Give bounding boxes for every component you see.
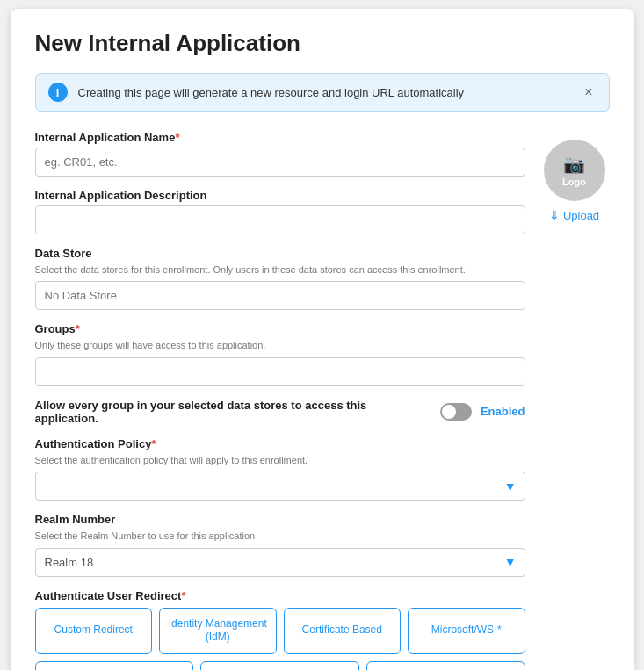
auth-policy-field: Authentication Policy* Select the authen… bbox=[35, 437, 525, 501]
app-name-input[interactable] bbox=[35, 148, 525, 177]
app-name-label: Internal Application Name* bbox=[35, 131, 525, 144]
redirect-row2: Generic (HTTP/OAuth/OpenID/etc) 3rd Part… bbox=[35, 661, 525, 670]
auth-policy-select-wrapper: ▼ bbox=[35, 472, 525, 501]
groups-field: Groups* Only these groups will have acce… bbox=[35, 322, 525, 385]
groups-label: Groups* bbox=[35, 322, 525, 335]
upload-button[interactable]: ⇓ Upload bbox=[549, 208, 599, 222]
info-banner: i Creating this page will generate a new… bbox=[35, 73, 610, 112]
redirect-row1: Custom Redirect Identity Management (IdM… bbox=[35, 608, 525, 654]
logo-circle: 📷 Logo bbox=[544, 140, 605, 201]
toggle-track[interactable] bbox=[440, 403, 472, 421]
auth-policy-select[interactable] bbox=[35, 472, 525, 501]
realm-number-field: Realm Number Select the Realm Number to … bbox=[35, 513, 525, 576]
auth-redirect-field: Authenticate User Redirect* Custom Redir… bbox=[35, 589, 525, 670]
redirect-generic-button[interactable]: Generic (HTTP/OAuth/OpenID/etc) bbox=[35, 661, 194, 670]
form-layout: Internal Application Name* Internal Appl… bbox=[35, 131, 610, 670]
data-store-input[interactable] bbox=[35, 281, 525, 310]
redirect-certificate-button[interactable]: Certificate Based bbox=[284, 608, 402, 654]
banner-close-button[interactable]: × bbox=[581, 85, 596, 99]
logo-label: Logo bbox=[562, 177, 586, 187]
data-store-label: Data Store bbox=[35, 247, 525, 260]
groups-hint: Only these groups will have access to th… bbox=[35, 339, 525, 352]
form-main: Internal Application Name* Internal Appl… bbox=[35, 131, 525, 670]
form-side: 📷 Logo ⇓ Upload bbox=[539, 131, 610, 222]
toggle-switch[interactable] bbox=[440, 403, 472, 421]
page-title: New Internal Application bbox=[35, 30, 610, 57]
app-name-field: Internal Application Name* bbox=[35, 131, 525, 177]
app-description-input[interactable] bbox=[35, 205, 525, 234]
toggle-label: Allow every group in your selected data … bbox=[35, 399, 431, 425]
redirect-mobile-button[interactable]: Mobile bbox=[366, 661, 525, 670]
auth-policy-label: Authentication Policy* bbox=[35, 437, 525, 450]
page-card: New Internal Application i Creating this… bbox=[11, 9, 634, 670]
redirect-3rdparty-button[interactable]: 3rd Party App Integrations bbox=[200, 661, 359, 670]
toggle-status: Enabled bbox=[481, 405, 525, 418]
groups-input[interactable] bbox=[35, 357, 525, 386]
app-description-label: Internal Application Description bbox=[35, 189, 525, 202]
upload-arrow-icon: ⇓ bbox=[549, 208, 560, 222]
toggle-row: Allow every group in your selected data … bbox=[35, 399, 525, 425]
redirect-idm-button[interactable]: Identity Management (IdM) bbox=[159, 608, 277, 654]
data-store-field: Data Store Select the data stores for th… bbox=[35, 247, 525, 310]
info-icon: i bbox=[48, 83, 68, 102]
redirect-custom-button[interactable]: Custom Redirect bbox=[35, 608, 153, 654]
upload-label: Upload bbox=[563, 209, 599, 222]
realm-number-select-wrapper: Realm 18 ▼ bbox=[35, 548, 525, 577]
toggle-thumb bbox=[442, 405, 456, 419]
realm-number-label: Realm Number bbox=[35, 513, 525, 526]
realm-number-select[interactable]: Realm 18 bbox=[35, 548, 525, 577]
auth-redirect-label: Authenticate User Redirect* bbox=[35, 589, 525, 602]
banner-text: Creating this page will generate a new r… bbox=[78, 86, 582, 99]
data-store-hint: Select the data stores for this enrollme… bbox=[35, 263, 525, 277]
app-description-field: Internal Application Description bbox=[35, 189, 525, 234]
redirect-microsoft-button[interactable]: Microsoft/WS-* bbox=[408, 608, 525, 654]
auth-policy-hint: Select the authentication policy that wi… bbox=[35, 454, 525, 467]
realm-number-hint: Select the Realm Number to use for this … bbox=[35, 530, 525, 543]
camera-icon: 📷 bbox=[563, 154, 585, 175]
